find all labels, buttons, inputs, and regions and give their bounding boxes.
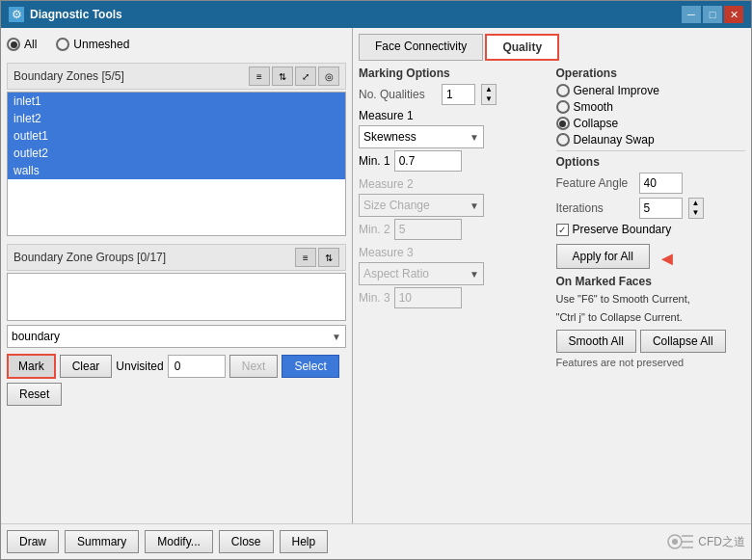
preserve-boundary-row: Preserve Boundary bbox=[556, 223, 746, 236]
min3-row: Min. 3 bbox=[359, 287, 549, 308]
measure2-dropdown[interactable]: Size Change ▼ bbox=[359, 194, 484, 217]
collapse-radio-circle bbox=[556, 117, 570, 130]
zone-groups-icons: ≡ ⇅ bbox=[295, 248, 339, 267]
note2-text: "Ctrl j" to Collapse Current. bbox=[556, 310, 746, 325]
collapse-all-button[interactable]: Collapse All bbox=[640, 330, 726, 353]
min2-label: Min. 2 bbox=[359, 223, 390, 236]
modify-button[interactable]: Modify... bbox=[145, 530, 212, 553]
close-button[interactable]: Close bbox=[219, 530, 274, 553]
footer-buttons: Draw Summary Modify... Close Help bbox=[7, 530, 328, 553]
smooth-all-button[interactable]: Smooth All bbox=[556, 330, 636, 353]
window-title: Diagnostic Tools bbox=[30, 8, 682, 21]
general-improve-radio[interactable]: General Improve bbox=[556, 84, 746, 97]
unvisited-field: 0 bbox=[168, 355, 226, 378]
unmeshed-radio[interactable]: Unmeshed bbox=[56, 38, 129, 51]
sort-icon-btn[interactable]: ⇅ bbox=[272, 67, 293, 86]
delaunay-swap-radio[interactable]: Delaunay Swap bbox=[556, 133, 746, 147]
reset-button[interactable]: Reset bbox=[7, 383, 62, 406]
preserve-boundary-checkbox[interactable] bbox=[556, 224, 569, 236]
measure1-arrow-icon: ▼ bbox=[470, 132, 479, 143]
boundary-zones-header: Boundary Zones [5/5] ≡ ⇅ ⤢ ◎ bbox=[7, 63, 346, 90]
window-icon: ⚙ bbox=[9, 7, 24, 22]
group-listbox[interactable] bbox=[7, 273, 346, 321]
help-button[interactable]: Help bbox=[280, 530, 329, 553]
feature-angle-field: Feature Angle bbox=[556, 173, 746, 194]
iterations-input[interactable] bbox=[639, 198, 683, 219]
list-item[interactable]: inlet2 bbox=[8, 110, 345, 127]
iterations-field: Iterations ▲ ▼ bbox=[556, 198, 746, 219]
list-item[interactable]: outlet2 bbox=[8, 145, 345, 162]
measure1-select-row: Skewness ▼ bbox=[359, 125, 549, 148]
no-qualities-spinner: ▲ ▼ bbox=[481, 84, 497, 105]
iterations-down-btn[interactable]: ▼ bbox=[689, 208, 703, 218]
min2-input[interactable] bbox=[394, 219, 462, 240]
iterations-up-btn[interactable]: ▲ bbox=[689, 199, 703, 208]
operations-panel: Operations General Improve Smooth Collap… bbox=[556, 67, 746, 368]
list-item[interactable]: walls bbox=[8, 162, 345, 179]
main-content: All Unmeshed Boundary Zones [5/5] ≡ ⇅ ⤢ … bbox=[1, 28, 751, 523]
settings-icon-btn[interactable]: ◎ bbox=[318, 67, 339, 86]
maximize-button[interactable]: □ bbox=[703, 6, 722, 23]
summary-button[interactable]: Summary bbox=[65, 530, 139, 553]
window-controls: ─ □ ✕ bbox=[682, 6, 743, 23]
no-qualities-input[interactable] bbox=[442, 84, 475, 105]
measure1-label: Measure 1 bbox=[359, 109, 414, 122]
list-item[interactable]: outlet1 bbox=[8, 127, 345, 145]
features-note: Features are not preserved bbox=[556, 357, 746, 368]
group-dropdown-value: boundary bbox=[12, 330, 60, 343]
clear-button[interactable]: Clear bbox=[60, 355, 113, 378]
apply-for-all-button[interactable]: Apply for All bbox=[556, 244, 650, 269]
close-button[interactable]: ✕ bbox=[724, 6, 743, 23]
minimize-button[interactable]: ─ bbox=[682, 6, 701, 23]
all-radio-label: All bbox=[24, 38, 37, 51]
bottom-action-bar: Mark Clear Unvisited 0 Next Select Reset bbox=[7, 354, 346, 406]
draw-button[interactable]: Draw bbox=[7, 530, 59, 553]
group-dropdown[interactable]: boundary ▼ bbox=[7, 325, 346, 348]
min1-label: Min. 1 bbox=[359, 154, 390, 168]
select-button[interactable]: Select bbox=[282, 355, 338, 378]
collapse-radio[interactable]: Collapse bbox=[556, 117, 746, 130]
smooth-collapse-btns: Smooth All Collapse All bbox=[556, 330, 746, 353]
mode-radio-group: All Unmeshed bbox=[7, 34, 346, 55]
apply-row: Apply for All ◄ bbox=[556, 244, 746, 273]
svg-point-1 bbox=[672, 539, 678, 545]
smooth-radio[interactable]: Smooth bbox=[556, 100, 746, 114]
tab-quality[interactable]: Quality bbox=[485, 34, 559, 61]
boundary-zones-title: Boundary Zones [5/5] bbox=[13, 69, 124, 83]
tab-face-connectivity[interactable]: Face Connectivity bbox=[359, 34, 483, 61]
zone-groups-title: Boundary Zone Groups [0/17] bbox=[13, 251, 166, 264]
measure3-arrow-icon: ▼ bbox=[470, 269, 479, 280]
zone-listbox[interactable]: inlet1 inlet2 outlet1 outlet2 walls bbox=[7, 92, 346, 236]
group-sort-icon-btn[interactable]: ⇅ bbox=[318, 248, 339, 267]
next-button[interactable]: Next bbox=[229, 355, 279, 378]
diagnostic-tools-window: ⚙ Diagnostic Tools ─ □ ✕ All Unmeshed bbox=[0, 0, 752, 560]
no-qualities-field: No. Qualities ▲ ▼ bbox=[359, 84, 549, 105]
boundary-zones-icons: ≡ ⇅ ⤢ ◎ bbox=[249, 67, 339, 86]
measure1-group: Skewness ▼ Min. 1 bbox=[359, 125, 549, 172]
feature-angle-input[interactable] bbox=[639, 173, 683, 194]
spinner-up-btn[interactable]: ▲ bbox=[482, 85, 496, 94]
unvisited-label: Unvisited bbox=[116, 360, 163, 373]
expand-icon-btn[interactable]: ⤢ bbox=[295, 67, 316, 86]
quality-content: Marking Options No. Qualities ▲ ▼ Measur… bbox=[359, 67, 745, 368]
footer-brand: CFD之道 bbox=[667, 531, 745, 552]
on-marked-faces-section: On Marked Faces Use "F6" to Smooth Curre… bbox=[556, 275, 746, 326]
smooth-radio-circle bbox=[556, 100, 570, 114]
spinner-down-btn[interactable]: ▼ bbox=[482, 94, 496, 104]
measure1-dropdown[interactable]: Skewness ▼ bbox=[359, 125, 484, 148]
min3-input[interactable] bbox=[394, 287, 462, 308]
group-list-icon-btn[interactable]: ≡ bbox=[295, 248, 316, 267]
left-panel: All Unmeshed Boundary Zones [5/5] ≡ ⇅ ⤢ … bbox=[1, 28, 353, 523]
measure3-dropdown[interactable]: Aspect Ratio ▼ bbox=[359, 262, 484, 285]
min1-input[interactable] bbox=[394, 150, 462, 172]
measure3-group: Aspect Ratio ▼ Min. 3 bbox=[359, 262, 549, 308]
list-item[interactable]: inlet1 bbox=[8, 93, 345, 110]
mark-button[interactable]: Mark bbox=[7, 354, 56, 379]
all-radio[interactable]: All bbox=[7, 38, 37, 51]
list-icon-btn[interactable]: ≡ bbox=[249, 67, 270, 86]
brand-label: CFD之道 bbox=[698, 534, 745, 550]
delaunay-swap-radio-circle bbox=[556, 133, 570, 147]
options-divider bbox=[556, 150, 746, 151]
measure2-select-row: Size Change ▼ bbox=[359, 194, 549, 217]
measure2-arrow-icon: ▼ bbox=[470, 200, 479, 211]
